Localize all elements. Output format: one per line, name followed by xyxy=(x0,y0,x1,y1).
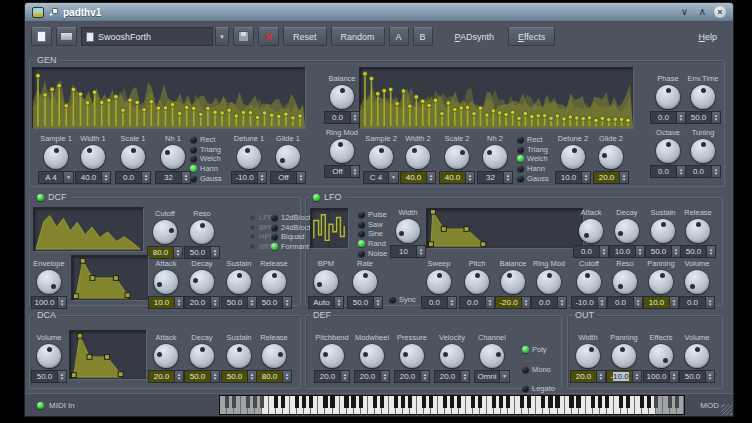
octave-knob[interactable] xyxy=(656,139,680,163)
attack-spinbox[interactable]: 10.0▲▼ xyxy=(148,296,184,309)
black-key[interactable] xyxy=(640,396,644,408)
decay-spinbox[interactable]: 20.0▲▼ xyxy=(184,296,220,309)
spin-arrows-icon[interactable]: ▲▼ xyxy=(557,297,566,308)
random-button[interactable]: Random xyxy=(331,27,385,46)
black-key[interactable] xyxy=(647,396,651,408)
spin-arrows-icon[interactable]: ▲▼ xyxy=(282,371,291,382)
black-key[interactable] xyxy=(598,396,602,408)
decay-knob[interactable] xyxy=(190,270,214,294)
reset-button[interactable]: Reset xyxy=(283,27,327,46)
decay-knob[interactable] xyxy=(190,344,214,368)
black-key[interactable] xyxy=(675,396,679,408)
black-key[interactable] xyxy=(422,396,426,408)
black-key[interactable] xyxy=(626,396,630,408)
radio-poly[interactable]: Poly xyxy=(522,340,555,360)
black-key[interactable] xyxy=(576,396,580,408)
ring-mod-spinbox[interactable]: 0.0▲▼ xyxy=(531,296,567,309)
volume-knob[interactable] xyxy=(685,270,709,294)
black-key[interactable] xyxy=(309,396,313,408)
black-key[interactable] xyxy=(281,396,285,408)
spin-arrows-icon[interactable]: ▲▼ xyxy=(340,371,349,382)
sustain-spinbox[interactable]: 50.0▲▼ xyxy=(221,296,257,309)
balance-spinbox[interactable]: -20.0▲▼ xyxy=(495,296,531,309)
black-key[interactable] xyxy=(569,396,573,408)
black-key[interactable] xyxy=(478,396,482,408)
tuning-knob[interactable] xyxy=(691,139,715,163)
tab-padsynth[interactable]: PADsynth xyxy=(445,27,504,46)
channel-combo[interactable]: Omni▼ xyxy=(474,370,510,383)
preset-combo[interactable]: SwooshForth xyxy=(81,27,213,46)
preset-a-button[interactable]: A xyxy=(389,27,409,46)
black-key[interactable] xyxy=(548,396,552,408)
delete-preset-button[interactable]: × xyxy=(258,27,279,46)
black-key[interactable] xyxy=(232,396,236,408)
black-key[interactable] xyxy=(429,396,433,408)
cutoff-spinbox[interactable]: -10.0▲▼ xyxy=(571,296,607,309)
black-key[interactable] xyxy=(527,396,531,408)
phase-spinbox[interactable]: 0.0▲▼ xyxy=(650,111,686,124)
shade-button[interactable]: ∨ xyxy=(678,7,691,17)
effects-knob[interactable] xyxy=(649,344,673,368)
spin-arrows-icon[interactable]: ▲▼ xyxy=(711,166,720,177)
black-key[interactable] xyxy=(654,396,658,408)
black-key[interactable] xyxy=(555,396,559,408)
black-key[interactable] xyxy=(401,396,405,408)
help-button[interactable]: Help xyxy=(688,27,727,46)
reso-spinbox[interactable]: 0.0▲▼ xyxy=(607,296,643,309)
spin-arrows-icon[interactable]: ▲▼ xyxy=(447,297,456,308)
release-knob[interactable] xyxy=(262,344,286,368)
black-key[interactable] xyxy=(359,396,363,408)
pressure-spinbox[interactable]: 20.0▲▼ xyxy=(394,370,430,383)
save-preset-button[interactable] xyxy=(233,27,254,46)
sweep-spinbox[interactable]: 0.0▲▼ xyxy=(421,296,457,309)
effects-spinbox[interactable]: 100.0▲▼ xyxy=(643,370,679,383)
spin-arrows-icon[interactable]: ▲▼ xyxy=(705,297,714,308)
resize-grip[interactable] xyxy=(721,404,732,415)
width-spinbox[interactable]: 20.0▲▼ xyxy=(570,370,606,383)
new-preset-button[interactable] xyxy=(31,27,52,46)
black-key[interactable] xyxy=(373,396,377,408)
preset-b-button[interactable]: B xyxy=(413,27,433,46)
spin-arrows-icon[interactable]: ▲▼ xyxy=(632,371,641,382)
spin-arrows-icon[interactable]: ▲▼ xyxy=(210,371,219,382)
black-key[interactable] xyxy=(619,396,623,408)
release-spinbox[interactable]: 50.0▲▼ xyxy=(256,296,292,309)
channel-knob[interactable] xyxy=(480,344,504,368)
black-key[interactable] xyxy=(499,396,503,408)
panning-spinbox[interactable]: -10.0▲▼ xyxy=(606,370,642,383)
black-key[interactable] xyxy=(520,396,524,408)
release-spinbox[interactable]: 80.0▲▼ xyxy=(256,370,292,383)
spin-arrows-icon[interactable]: ▲▼ xyxy=(711,112,720,123)
pin-icon[interactable] xyxy=(49,8,58,17)
volume-spinbox[interactable]: 50.0▲▼ xyxy=(679,370,715,383)
piano-keyboard[interactable] xyxy=(219,395,685,415)
black-key[interactable] xyxy=(344,396,348,408)
velocity-spinbox[interactable]: 20.0▲▼ xyxy=(434,370,470,383)
reso-knob[interactable] xyxy=(613,270,637,294)
volume-spinbox[interactable]: 0.0▲▼ xyxy=(679,296,715,309)
black-key[interactable] xyxy=(323,396,327,408)
sustain-knob[interactable] xyxy=(227,270,251,294)
ring-mod-knob[interactable] xyxy=(537,270,561,294)
black-key[interactable] xyxy=(274,396,278,408)
width-knob[interactable] xyxy=(576,344,600,368)
black-key[interactable] xyxy=(394,396,398,408)
unshade-button[interactable]: ∧ xyxy=(696,7,709,17)
black-key[interactable] xyxy=(668,396,672,408)
cutoff-knob[interactable] xyxy=(577,270,601,294)
black-key[interactable] xyxy=(246,396,250,408)
velocity-knob[interactable] xyxy=(440,344,464,368)
black-key[interactable] xyxy=(408,396,412,408)
env-time-knob[interactable] xyxy=(691,85,715,109)
black-key[interactable] xyxy=(457,396,461,408)
sweep-knob[interactable] xyxy=(427,270,451,294)
env-time-spinbox[interactable]: 50.0▲▼ xyxy=(685,111,721,124)
attack-spinbox[interactable]: 20.0▲▼ xyxy=(148,370,184,383)
spin-arrows-icon[interactable]: ▲▼ xyxy=(705,371,714,382)
balance-knob[interactable] xyxy=(501,270,525,294)
black-key[interactable] xyxy=(492,396,496,408)
octave-spinbox[interactable]: 0.0▲▼ xyxy=(650,165,686,178)
black-key[interactable] xyxy=(591,396,595,408)
decay-spinbox[interactable]: 50.0▲▼ xyxy=(184,370,220,383)
spin-arrows-icon[interactable]: ▲▼ xyxy=(380,371,389,382)
